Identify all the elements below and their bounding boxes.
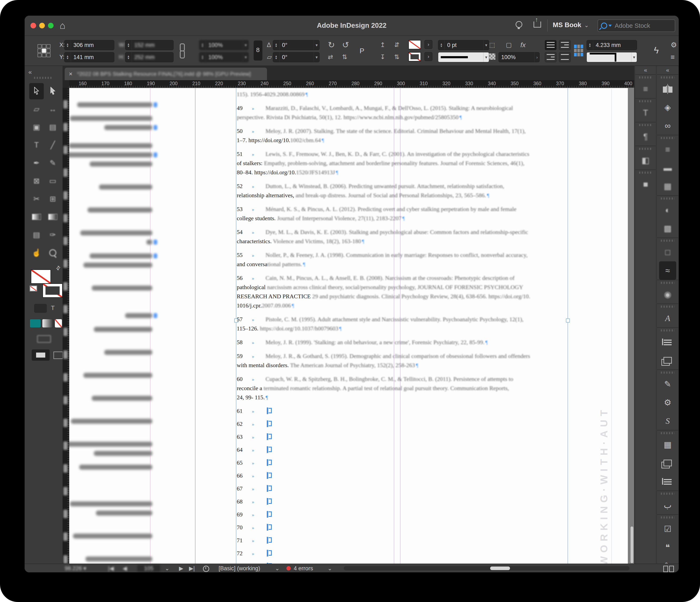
rotate-ccw-icon[interactable]: ↺	[342, 40, 349, 50]
width-field[interactable]: ▲▼152 mm	[125, 40, 174, 50]
stepper-icon[interactable]: ▲▼	[125, 52, 132, 62]
stroke-swatch-none[interactable]	[408, 52, 421, 62]
select-previous-icon[interactable]: ↧	[380, 52, 385, 62]
reference-item[interactable]: 52»Dutton, L., & Winstead, B. (2006). Pr…	[237, 182, 566, 200]
frame-tool[interactable]: ⊠	[29, 173, 44, 189]
stepper-icon[interactable]: ▲▼	[273, 40, 279, 50]
panel-grip[interactable]	[661, 240, 675, 242]
reference-item[interactable]: 49»Marazziti, D., Falaschi, V., Lombardi…	[237, 103, 566, 122]
collapse-tools-icon[interactable]: «	[28, 69, 32, 76]
page-menu-chevron[interactable]: ⌄	[165, 564, 170, 572]
spread-view-icon[interactable]	[663, 566, 674, 572]
apply-none-button[interactable]	[55, 319, 62, 328]
fill-swatch-none[interactable]	[408, 40, 421, 49]
horizontal-scrollbar-thumb[interactable]	[490, 567, 510, 570]
apply-color-button[interactable]	[30, 319, 41, 328]
reference-item[interactable]: 60»Cupach, W. R., & Spitzberg, B. H., Bo…	[237, 375, 566, 402]
selection-tool[interactable]	[29, 83, 44, 99]
previous-page-button[interactable]: ◀	[123, 564, 127, 572]
errors-menu-chevron[interactable]: ⌄	[327, 564, 332, 572]
reference-item[interactable]: 58»Meloy, J. R. (1999). 'Stalking: an ol…	[237, 338, 566, 347]
table-panel-icon[interactable]: ▦	[657, 435, 678, 454]
reference-item[interactable]: 71»	[237, 536, 566, 545]
color-theme-panel-icon[interactable]: ■	[635, 175, 656, 193]
vertical-ruler[interactable]	[62, 88, 70, 572]
apply-gradient-button[interactable]	[42, 319, 53, 328]
flip-horizontal-icon[interactable]: ⇄	[328, 52, 333, 62]
height-field[interactable]: ▲▼252 mm	[125, 52, 174, 62]
paragraph-panel-icon[interactable]: ¶	[635, 127, 656, 146]
page-tool[interactable]: ▱	[29, 101, 44, 117]
text-frame-left-edge[interactable]	[236, 88, 236, 572]
constrain-scale-button[interactable]	[254, 41, 262, 61]
fill-swatch[interactable]	[31, 269, 51, 284]
wrap-around-bounding-box-button[interactable]	[559, 40, 571, 50]
reference-item[interactable]: 59»Meloy, J. R., & Gothard, S. (1995). D…	[237, 352, 566, 370]
stepper-icon[interactable]: ▲▼	[438, 40, 445, 50]
preview-mode-icon[interactable]	[53, 352, 63, 359]
gap-width-field[interactable]: ▲▼4.233 mm	[586, 40, 637, 50]
next-page-button[interactable]: ▶	[179, 564, 183, 572]
scripts-panel-icon[interactable]: S	[657, 412, 678, 430]
reference-item[interactable]: 51»Lewis, S. F., Fremouw, W. J., Ben, K.…	[237, 149, 566, 177]
workspace-switcher[interactable]: MS Book⌄	[553, 21, 589, 29]
share-icon[interactable]	[533, 22, 541, 28]
panel-grip[interactable]	[661, 137, 675, 139]
hand-tool[interactable]: ☝	[29, 245, 44, 261]
stepper-icon[interactable]: ▲▼	[125, 40, 132, 50]
rotation-angle-field[interactable]: ▲▼0°▾	[273, 40, 320, 50]
normal-screen-mode-button[interactable]	[32, 350, 50, 361]
select-container-icon[interactable]: ↥	[380, 40, 385, 50]
reference-item[interactable]: 66»	[237, 471, 566, 480]
eyedropper-tool[interactable]: ✑	[46, 227, 60, 243]
reference-point-proxy[interactable]	[38, 44, 50, 57]
scale-y-field[interactable]: ▲▼100%▾	[199, 52, 249, 62]
page-number-field[interactable]: 105	[137, 565, 160, 572]
gradient-panel-icon[interactable]: ▩	[657, 219, 678, 238]
color-panel-icon[interactable]: ▬	[657, 159, 678, 177]
y-position-field[interactable]: ▲▼141 mm	[64, 52, 114, 62]
references-text[interactable]: 115). 1956-4029.2008.00869¶49»Marazziti,…	[237, 90, 566, 572]
vertical-scrollbar-thumb[interactable]	[630, 526, 633, 563]
stroke-style-dropdown[interactable]: ▾	[438, 52, 489, 62]
select-next-icon[interactable]: ⇅	[394, 52, 399, 62]
fill-flyout-button[interactable]: ›	[424, 40, 432, 49]
constrain-dimensions-icon[interactable]	[179, 43, 184, 58]
rotate-cw-icon[interactable]: ↻	[328, 40, 335, 50]
stroke-swatch[interactable]	[43, 284, 62, 298]
panel-menu-icon[interactable]: ≡	[671, 52, 675, 62]
reference-item[interactable]: 115). 1956-4029.2008.00869¶	[237, 90, 566, 99]
reference-item[interactable]: 64»	[237, 446, 566, 454]
tools-grip[interactable]	[34, 77, 53, 79]
reference-item[interactable]: 50»Meloy, J. R. (2007). Stalking. The st…	[237, 126, 566, 145]
pencil-tool[interactable]: ✎	[46, 155, 60, 171]
close-tab-icon[interactable]: ×	[69, 70, 73, 77]
pages-panel-icon[interactable]	[657, 80, 678, 98]
adobe-stock-search[interactable]: Adobe Stock	[598, 19, 675, 32]
line-tool[interactable]: ╱	[46, 137, 60, 153]
stroke-panel-icon[interactable]: ≡	[657, 140, 678, 159]
content-collector-tool[interactable]: ▣	[29, 119, 44, 135]
stepper-icon[interactable]: ▲▼	[65, 40, 71, 50]
reference-item[interactable]: 65»	[237, 458, 566, 467]
stepper-icon[interactable]: ▲▼	[65, 52, 71, 62]
horizontal-ruler[interactable]: 1501601701801902002102202302402502602702…	[69, 80, 634, 88]
reference-item[interactable]: 68»	[237, 497, 566, 506]
panel-grip[interactable]	[639, 76, 652, 78]
panel-grip[interactable]	[661, 76, 675, 78]
gradient-feather-tool[interactable]	[46, 209, 60, 225]
swap-fill-stroke-icon[interactable]: ⇄	[54, 264, 62, 272]
last-page-button[interactable]: ▶|	[189, 564, 195, 572]
panel-grip[interactable]	[661, 329, 675, 332]
panel-grip[interactable]	[661, 492, 675, 495]
gear-icon[interactable]: ⚙	[671, 40, 677, 50]
select-content-icon[interactable]: ⇵	[394, 40, 399, 50]
panel-grip[interactable]	[639, 100, 652, 102]
graphic-styles-panel-icon[interactable]: ≈	[659, 261, 676, 280]
table-styles-panel-icon[interactable]	[657, 472, 678, 490]
text-wrap-panel-icon[interactable]: ≡	[635, 80, 656, 98]
horizontal-scrollbar[interactable]	[344, 566, 629, 571]
character-panel-icon[interactable]: T	[635, 103, 656, 122]
stroke-flyout-button[interactable]: ›	[424, 52, 432, 61]
type-tool[interactable]: T	[29, 137, 44, 153]
